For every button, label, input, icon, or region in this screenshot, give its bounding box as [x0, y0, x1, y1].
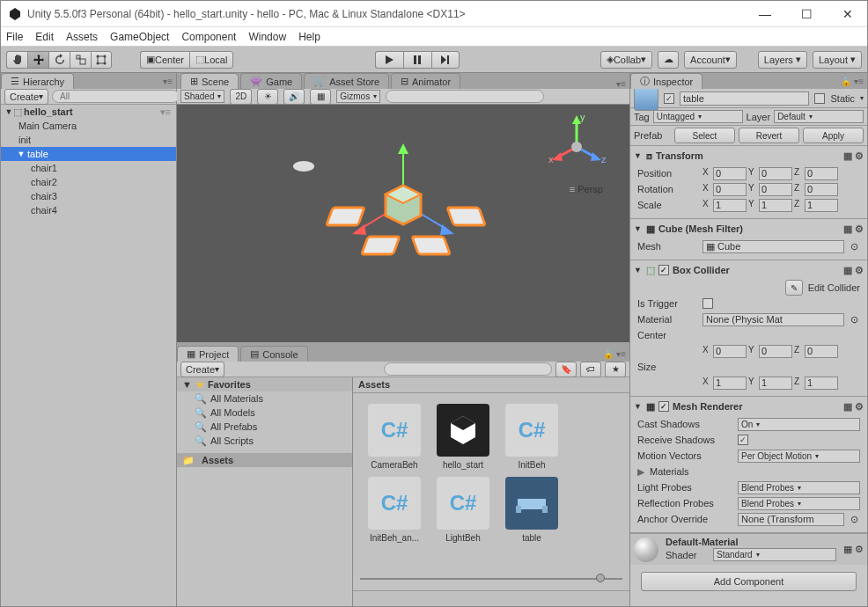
menu-window[interactable]: Window	[248, 31, 286, 43]
scale-tool-button[interactable]	[70, 51, 91, 69]
pos-x-input[interactable]	[713, 167, 747, 180]
2d-toggle[interactable]: 2D	[230, 89, 252, 105]
tag-dropdown[interactable]: Untagged	[653, 110, 743, 123]
material-gear-icon[interactable]: ▦ ⚙	[843, 544, 864, 555]
move-tool-button[interactable]	[27, 51, 48, 69]
menu-assets[interactable]: Assets	[66, 31, 98, 43]
inspector-tab[interactable]: ⓘInspector	[630, 73, 702, 89]
asset-item[interactable]: C#CameraBeh	[364, 404, 425, 470]
maximize-button[interactable]: ☐	[794, 4, 820, 25]
favorite-item[interactable]: 🔍All Materials	[177, 391, 352, 406]
favorite-item[interactable]: 🔍All Models	[177, 406, 352, 420]
shading-mode-dropdown[interactable]: Shaded	[180, 90, 224, 103]
is-trigger-checkbox[interactable]	[702, 298, 713, 309]
hierarchy-item[interactable]: Main Camera	[1, 119, 176, 133]
rot-x-input[interactable]	[713, 183, 747, 196]
favorite-item[interactable]: 🔍All Prefabs	[177, 420, 352, 434]
favorites-header[interactable]: ▼★Favorites	[177, 377, 352, 391]
cloud-button[interactable]: ☁	[658, 51, 679, 69]
panel-menu-icon[interactable]: 🔒 ▾≡	[841, 77, 864, 86]
prefab-apply-button[interactable]: Apply	[803, 128, 864, 143]
menu-gameobject[interactable]: GameObject	[110, 31, 169, 43]
scene-viewport[interactable]: y x z ≡ Persp	[177, 105, 629, 342]
gizmos-dropdown[interactable]: Gizmos	[336, 90, 380, 103]
hierarchy-item[interactable]: init	[1, 133, 176, 147]
thumbnail-size-slider[interactable]	[360, 571, 622, 587]
pivot-local-button[interactable]: ⬚ Local	[189, 51, 233, 69]
scale-z-input[interactable]	[805, 199, 838, 212]
pause-button[interactable]	[403, 51, 431, 69]
effects-toggle[interactable]: ▦	[310, 89, 331, 105]
play-button[interactable]	[375, 51, 403, 69]
pivot-center-button[interactable]: ▣ Center	[140, 51, 189, 69]
menu-component[interactable]: Component	[181, 31, 236, 43]
shader-dropdown[interactable]: Standard	[713, 548, 836, 561]
step-button[interactable]	[431, 51, 460, 69]
rotate-tool-button[interactable]	[48, 51, 70, 69]
asset-item[interactable]: C#LightBeh	[432, 477, 494, 543]
static-checkbox[interactable]	[814, 93, 825, 104]
size-y-input[interactable]	[759, 377, 792, 390]
assets-folder[interactable]: 📁Assets	[177, 453, 352, 467]
menu-file[interactable]: File	[6, 31, 23, 43]
hierarchy-item-selected[interactable]: ▼table	[1, 147, 176, 161]
anchor-field[interactable]: None (Transform	[738, 513, 844, 526]
audio-toggle[interactable]: 🔊	[283, 89, 305, 105]
asset-item[interactable]: C#InitBeh	[501, 404, 563, 470]
menu-edit[interactable]: Edit	[35, 31, 54, 43]
hierarchy-scene-row[interactable]: ▼⬚ hello_start▾≡	[1, 105, 176, 119]
mesh-field[interactable]: ▦ Cube	[702, 240, 844, 253]
cast-shadows-dropdown[interactable]: On	[738, 418, 860, 431]
filter-button[interactable]: 🔖	[555, 362, 577, 377]
animator-tab[interactable]: ⊟Animator	[391, 73, 460, 89]
scale-x-input[interactable]	[713, 199, 747, 212]
center-y-input[interactable]	[759, 345, 792, 358]
save-search-button[interactable]: ★	[605, 362, 626, 377]
rot-y-input[interactable]	[759, 183, 792, 196]
asset-item[interactable]: hello_start	[432, 404, 494, 470]
hierarchy-item[interactable]: chair1	[1, 161, 176, 175]
reflection-probes-dropdown[interactable]: Blend Probes	[738, 497, 860, 510]
hierarchy-tab[interactable]: ☰Hierarchy	[1, 73, 74, 89]
close-button[interactable]: ✕	[835, 4, 860, 25]
rot-z-input[interactable]	[805, 183, 838, 196]
collab-button[interactable]: ◈ Collab ▾	[600, 51, 652, 69]
asset-store-tab[interactable]: 🛒Asset Store	[304, 73, 389, 89]
project-create-button[interactable]: Create ▾	[180, 362, 224, 377]
phys-material-field[interactable]: None (Physic Mat	[702, 313, 844, 326]
pos-z-input[interactable]	[805, 167, 838, 180]
center-z-input[interactable]	[805, 345, 838, 358]
mesh-filter-header[interactable]: ▼▦Cube (Mesh Filter)▦ ⚙	[634, 221, 864, 237]
gameobject-icon[interactable]	[634, 89, 658, 111]
game-tab[interactable]: 👾Game	[240, 73, 302, 89]
filter-button[interactable]: 🏷	[580, 362, 601, 377]
account-button[interactable]: Account ▾	[684, 51, 737, 69]
panel-menu-icon[interactable]: ▾≡	[616, 79, 626, 89]
hierarchy-create-button[interactable]: Create ▾	[4, 89, 48, 105]
size-z-input[interactable]	[805, 377, 838, 390]
layout-button[interactable]: Layout ▾	[813, 51, 862, 69]
scene-tab[interactable]: ⊞Scene	[180, 73, 239, 89]
object-name-input[interactable]	[680, 91, 809, 106]
active-checkbox[interactable]	[664, 93, 674, 104]
layers-button[interactable]: Layers ▾	[758, 51, 807, 69]
scale-y-input[interactable]	[759, 199, 792, 212]
pos-y-input[interactable]	[759, 167, 792, 180]
panel-menu-icon[interactable]: ▾≡	[163, 77, 173, 86]
receive-shadows-checkbox[interactable]	[738, 435, 748, 445]
favorite-item[interactable]: 🔍All Scripts	[177, 434, 352, 448]
layer-dropdown[interactable]: Default	[774, 110, 864, 123]
lighting-toggle[interactable]: ☀	[257, 89, 278, 105]
menu-help[interactable]: Help	[298, 31, 320, 43]
size-x-input[interactable]	[713, 377, 747, 390]
project-search-input[interactable]	[384, 362, 552, 376]
hand-tool-button[interactable]	[6, 51, 27, 69]
minimize-button[interactable]: —	[752, 4, 778, 25]
transform-header[interactable]: ▼⧈Transform▦ ⚙	[634, 148, 864, 164]
project-tab[interactable]: ▦Project	[177, 346, 239, 362]
center-x-input[interactable]	[713, 345, 747, 358]
prefab-revert-button[interactable]: Revert	[739, 128, 799, 143]
asset-item[interactable]: C#InitBeh_an...	[364, 477, 425, 543]
axis-gizmo[interactable]: y x z	[541, 112, 612, 182]
add-component-button[interactable]: Add Component	[641, 572, 857, 591]
